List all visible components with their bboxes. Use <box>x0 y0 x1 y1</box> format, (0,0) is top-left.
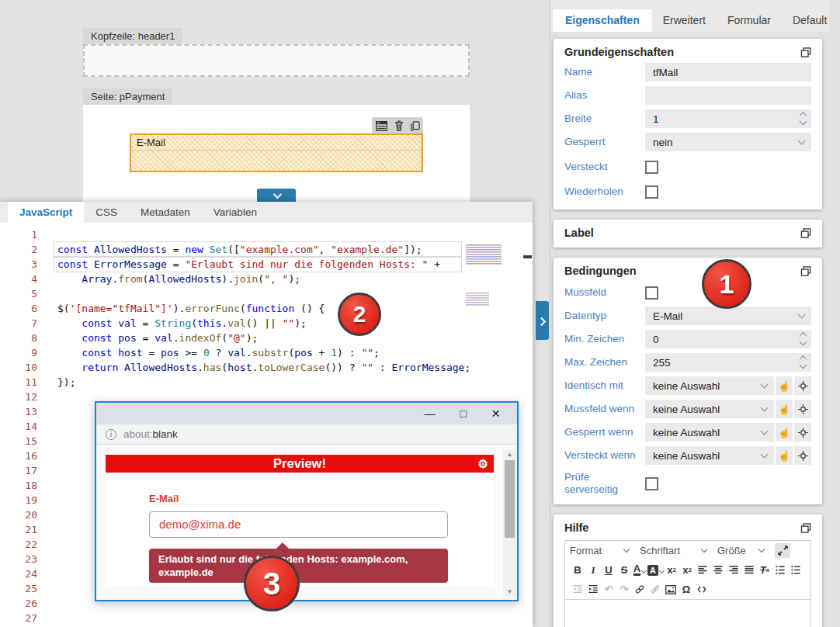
maximize-icon[interactable]: □ <box>460 408 466 419</box>
list-ul-icon[interactable] <box>788 563 804 577</box>
editor-tab-metadaten[interactable]: Metadaten <box>129 202 202 223</box>
popout-icon[interactable] <box>800 266 811 276</box>
properties-tab-formular[interactable]: Formular <box>717 9 782 32</box>
alias-input[interactable] <box>645 86 811 105</box>
page-section-tab[interactable]: Seite: pPayment <box>83 88 172 105</box>
preview-address-bar[interactable]: i about:blank <box>96 424 517 445</box>
text-color-icon[interactable]: A <box>632 563 647 577</box>
crosshair-icon[interactable] <box>794 423 811 442</box>
code-line-1[interactable]: 1 <box>0 227 533 242</box>
strikethrough-icon[interactable]: S <box>616 563 632 577</box>
gesperrt-wenn-select[interactable]: keine Auswahl <box>645 423 774 442</box>
superscript-icon[interactable]: x2 <box>679 563 695 577</box>
datentyp-select[interactable]: E-Mail <box>645 307 811 325</box>
outdent-icon[interactable] <box>570 582 585 597</box>
underline-icon[interactable]: U <box>601 563 616 577</box>
list-ol-icon[interactable] <box>772 563 788 577</box>
url-path: blank <box>153 428 178 440</box>
indent-icon[interactable] <box>585 582 601 597</box>
code-line-6[interactable]: 6$('[name="tfMail"]').errorFunc(function… <box>0 301 533 316</box>
rte-dropdown-format[interactable]: Format <box>570 545 629 556</box>
preview-email-input[interactable]: demo@xima.de <box>149 511 448 538</box>
editor-tab-javascript[interactable]: JavaScript <box>8 202 84 223</box>
link-icon[interactable] <box>632 582 647 597</box>
redo-icon[interactable]: ↷ <box>616 582 632 597</box>
max-zeichen-stepper[interactable]: 255 <box>645 353 811 372</box>
delete-icon[interactable] <box>394 120 404 131</box>
code-line-4[interactable]: 4 Array.from(AllowedHosts).join(", "); <box>0 272 533 286</box>
name-input[interactable]: tfMail <box>645 63 811 81</box>
source-icon[interactable] <box>694 582 710 597</box>
align-left-icon[interactable] <box>695 563 710 577</box>
gesperrt-select[interactable]: nein <box>645 133 811 151</box>
close-icon[interactable]: × <box>491 408 500 419</box>
collapse-editor-button[interactable] <box>257 189 296 203</box>
scroll-down-icon[interactable]: ▼ <box>503 588 516 595</box>
header-dropzone[interactable] <box>83 44 470 77</box>
bold-icon[interactable]: B <box>570 563 585 577</box>
maximize-icon[interactable] <box>775 543 790 558</box>
pick-element-icon[interactable]: ☝ <box>776 400 793 418</box>
align-right-icon[interactable] <box>726 563 741 577</box>
expand-panel-button[interactable] <box>536 301 549 340</box>
popout-icon[interactable] <box>800 47 811 57</box>
scroll-up-icon[interactable]: ▲ <box>503 451 516 458</box>
code-line-9[interactable]: 9 const host = pos >= 0 ? val.substr(pos… <box>0 345 533 360</box>
code-line-8[interactable]: 8 const pos = val.indexOf("@"); <box>0 331 533 345</box>
mussfeld-checkbox[interactable] <box>645 286 658 300</box>
rte-content-area[interactable] <box>565 599 810 627</box>
code-line-2[interactable]: 2const AllowedHosts = new Set(["example.… <box>0 242 533 257</box>
popout-icon[interactable] <box>800 523 811 533</box>
bg-color-icon[interactable]: A <box>647 563 664 577</box>
duplicate-icon[interactable] <box>411 121 420 131</box>
properties-tab-eigenschaften[interactable]: Eigenschaften <box>553 9 652 32</box>
min-zeichen-stepper[interactable]: 0 <box>645 330 811 348</box>
preview-scrollbar[interactable]: ▲ ▼ <box>503 449 516 597</box>
remove-format-icon[interactable]: Tx <box>757 563 772 577</box>
gear-icon[interactable]: ⚙ <box>478 455 488 473</box>
popout-icon[interactable] <box>800 228 811 238</box>
editor-tab-variablen[interactable]: Variablen <box>202 202 269 223</box>
mussfeld-wenn-select[interactable]: keine Auswahl <box>645 400 774 418</box>
pick-element-icon[interactable]: ☝ <box>776 446 793 465</box>
align-center-icon[interactable] <box>710 563 726 577</box>
minimap-scroll-indicator[interactable] <box>523 255 532 258</box>
stepper-arrows[interactable] <box>800 332 806 345</box>
minimize-icon[interactable]: — <box>424 408 435 419</box>
field-settings-icon[interactable] <box>376 121 387 131</box>
pick-element-icon[interactable]: ☝ <box>776 376 793 395</box>
code-line-11[interactable]: 11}); <box>0 375 533 390</box>
align-justify-icon[interactable] <box>741 563 757 577</box>
properties-tab-default[interactable]: Default <box>782 9 838 32</box>
subscript-icon[interactable]: x2 <box>664 563 679 577</box>
header-section-tab[interactable]: Kopfzeile: header1 <box>83 28 182 44</box>
properties-tab-erweitert[interactable]: Erweitert <box>652 9 717 32</box>
image-icon[interactable] <box>663 582 679 597</box>
pick-element-icon[interactable]: ☝ <box>776 423 793 442</box>
wiederholen-checkbox[interactable] <box>645 185 658 199</box>
code-line-7[interactable]: 7 const val = String(this.val() || ""); <box>0 316 533 331</box>
code-line-3[interactable]: 3const ErrorMessage = "Erlaubt sind nur … <box>0 257 533 272</box>
breite-stepper[interactable]: 1 <box>645 109 811 128</box>
identisch-mit-select[interactable]: keine Auswahl <box>645 376 774 395</box>
stepper-arrows[interactable] <box>800 355 806 368</box>
undo-icon[interactable]: ↶ <box>601 582 616 597</box>
rte-dropdown-schriftart[interactable]: Schriftart <box>640 545 706 556</box>
code-line-10[interactable]: 10 return AllowedHosts.has(host.toLowerC… <box>0 360 533 375</box>
crosshair-icon[interactable] <box>794 446 811 465</box>
pr-fe-serverseitig-checkbox[interactable] <box>645 477 658 490</box>
unlink-icon[interactable] <box>647 582 663 597</box>
stepper-arrows[interactable] <box>800 112 806 124</box>
italic-icon[interactable]: I <box>585 563 601 577</box>
scrollbar-thumb[interactable] <box>505 460 515 538</box>
crosshair-icon[interactable] <box>794 400 811 418</box>
versteckt-checkbox[interactable] <box>645 161 658 174</box>
code-line-5[interactable]: 5 <box>0 286 533 301</box>
email-field-selected[interactable]: E-Mail <box>130 133 423 172</box>
versteckt-wenn-select[interactable]: keine Auswahl <box>645 446 774 465</box>
crosshair-icon[interactable] <box>794 376 811 395</box>
code-line-27[interactable]: 27 <box>0 611 533 625</box>
rte-dropdown-größe[interactable]: Größe <box>717 545 764 556</box>
editor-tab-css[interactable]: CSS <box>84 202 129 223</box>
special-char-icon[interactable]: Ω <box>679 582 694 597</box>
